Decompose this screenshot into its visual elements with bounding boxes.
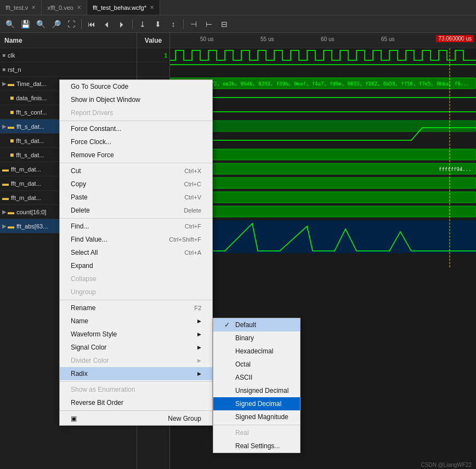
expand-count[interactable]: ▶ bbox=[2, 209, 7, 215]
add-group-btn[interactable]: ↕ bbox=[167, 18, 180, 31]
tab-behav-close[interactable]: ✕ bbox=[150, 4, 154, 10]
go-start-btn[interactable]: ⏮ bbox=[85, 18, 98, 31]
expand-fft-abs[interactable]: ▶ bbox=[2, 223, 7, 229]
ctx-expand[interactable]: Expand bbox=[60, 259, 212, 272]
ctx-find-value[interactable]: Find Value... Ctrl+Shift+F bbox=[60, 233, 212, 246]
zoom-in-btn[interactable]: 🔎 bbox=[49, 18, 63, 31]
submenu-signed-decimal[interactable]: Signed Decimal bbox=[213, 397, 300, 410]
waveform-count bbox=[170, 206, 476, 217]
next-btn[interactable]: ⏵ bbox=[116, 18, 129, 31]
next-cursor-btn[interactable]: ⊢ bbox=[202, 18, 216, 31]
prev-btn[interactable]: ⏴ bbox=[100, 18, 114, 31]
expand-time-data[interactable]: ▶ bbox=[2, 81, 7, 87]
signal-clk-name: clk bbox=[8, 52, 15, 59]
submenu-binary[interactable]: Binary bbox=[213, 331, 300, 345]
ctx-remove-force[interactable]: Remove Force bbox=[60, 148, 212, 162]
submenu-octal[interactable]: Octal bbox=[213, 358, 300, 371]
ctx-radix[interactable]: Radix bbox=[60, 367, 212, 380]
search-btn[interactable]: 🔍 bbox=[3, 18, 16, 31]
ctx-show-enum: Show as Enumeration bbox=[60, 383, 212, 396]
ctx-force-constant-label: Force Constant... bbox=[71, 125, 121, 133]
ctx-waveform-style-label: Waveform Style bbox=[71, 330, 117, 338]
ctx-select-all[interactable]: Select All Ctrl+A bbox=[60, 246, 212, 259]
waveform-clk bbox=[170, 49, 476, 61]
ctx-force-clock[interactable]: Force Clock... bbox=[60, 135, 212, 148]
ctx-find[interactable]: Find... Ctrl+F bbox=[60, 220, 212, 233]
ctx-copy[interactable]: Copy Ctrl+C bbox=[60, 178, 212, 191]
swap-cursor-btn[interactable]: ⊟ bbox=[218, 18, 231, 31]
signal-fft-abs-name: fft_abs[63... bbox=[16, 223, 48, 230]
signal-rst-n[interactable]: ■ rst_n bbox=[0, 62, 137, 77]
ctx-force-constant[interactable]: Force Constant... bbox=[60, 122, 212, 135]
submenu-hexadecimal[interactable]: Hexadecimal bbox=[213, 345, 300, 358]
ctx-ungroup: Ungroup bbox=[60, 285, 212, 299]
tab-xfft[interactable]: xfft_0.veo ✕ bbox=[42, 0, 87, 15]
value-column-header: Value bbox=[137, 33, 170, 48]
tab-fft-test-close[interactable]: ✕ bbox=[31, 4, 36, 10]
ctx-rename-shortcut: F2 bbox=[194, 305, 201, 311]
ctx-waveform-style[interactable]: Waveform Style bbox=[60, 328, 212, 341]
signal-data-finis-name: data_finis... bbox=[16, 95, 47, 101]
ctx-new-group-label: New Group bbox=[168, 415, 201, 422]
submenu-real: Real bbox=[213, 426, 300, 439]
expand-fft-s-data[interactable]: ▶ bbox=[2, 123, 7, 129]
ctx-signal-color[interactable]: Signal Color bbox=[60, 341, 212, 354]
svg-rect-10 bbox=[170, 163, 476, 174]
ctx-paste-label: Paste bbox=[71, 193, 88, 201]
zoom-out-btn[interactable]: 🔍 bbox=[34, 18, 47, 31]
ctx-select-all-shortcut: Ctrl+A bbox=[184, 249, 201, 256]
waveform-fft-abs bbox=[170, 220, 476, 253]
submenu-unsigned-decimal[interactable]: Unsigned Decimal bbox=[213, 384, 300, 397]
ctx-goto-source[interactable]: Go To Source Code bbox=[60, 80, 212, 93]
prev-cursor-btn[interactable]: ⊣ bbox=[187, 18, 200, 31]
waveform-fft-s-data3 bbox=[170, 149, 476, 160]
ctx-find-value-label: Find Value... bbox=[71, 236, 107, 243]
ctx-goto-source-label: Go To Source Code bbox=[71, 83, 128, 90]
signal-fft-s-conf-name: fft_s_conf... bbox=[16, 109, 47, 116]
tab-fft-test-label: fft_test.v bbox=[5, 4, 28, 11]
signal-fft-s-data2-name: fft_s_dat... bbox=[16, 138, 44, 144]
signal-count-icon: ▬ bbox=[8, 208, 14, 216]
add-divider-btn[interactable]: ⬇ bbox=[151, 18, 165, 31]
add-wave-btn[interactable]: ⤓ bbox=[136, 18, 149, 31]
tab-behav[interactable]: fft_test_behav.wcfg* ✕ bbox=[87, 0, 160, 15]
ctx-show-object[interactable]: Show in Object Window bbox=[60, 93, 212, 106]
signal-clk[interactable]: ■ clk bbox=[0, 48, 137, 62]
signal-time-data-icon: ▬ bbox=[8, 80, 14, 88]
signal-fft-m-dat3-name: fft_m_dat... bbox=[11, 195, 41, 201]
ctx-show-object-label: Show in Object Window bbox=[71, 96, 140, 104]
save-btn[interactable]: 💾 bbox=[19, 18, 32, 31]
tab-behav-label: fft_test_behav.wcfg* bbox=[93, 4, 146, 11]
submenu-ascii[interactable]: ASCII bbox=[213, 371, 300, 384]
signal-rst-indent: ■ bbox=[2, 66, 5, 72]
signal-fft-m-dat1-icon: ▬ bbox=[2, 165, 9, 173]
tab-xfft-close[interactable]: ✕ bbox=[77, 4, 81, 10]
ctx-select-all-label: Select All bbox=[71, 249, 98, 256]
ctx-cut[interactable]: Cut Ctrl+X bbox=[60, 164, 212, 178]
ctx-divider-color: Divider Color bbox=[60, 354, 212, 367]
tab-fft-test[interactable]: fft_test.v ✕ bbox=[0, 0, 42, 15]
submenu-default[interactable]: ✓ Default bbox=[213, 318, 300, 331]
signal-fft-s-conf-icon: ■ bbox=[10, 108, 14, 116]
ctx-rename[interactable]: Rename F2 bbox=[60, 301, 212, 314]
submenu-signed-decimal-label: Signed Decimal bbox=[235, 400, 281, 408]
ctx-signal-color-label: Signal Color bbox=[71, 344, 106, 351]
ctx-delete[interactable]: Delete Delete bbox=[60, 204, 212, 217]
waveform-fft-s-data1 bbox=[170, 121, 476, 131]
ctx-sep-2 bbox=[60, 163, 212, 163]
submenu-real-settings[interactable]: Real Settings... bbox=[213, 439, 300, 453]
ctx-name[interactable]: Name bbox=[60, 314, 212, 328]
ctx-reverse-bit[interactable]: Reverse Bit Order bbox=[60, 396, 212, 409]
fit-btn[interactable]: ⛶ bbox=[65, 18, 78, 31]
time-marker-50: 50 us bbox=[200, 36, 213, 42]
submenu-signed-magnitude[interactable]: Signed Magnitude bbox=[213, 410, 300, 424]
ctx-radix-label: Radix bbox=[71, 370, 88, 378]
ctx-new-group[interactable]: ▣ New Group bbox=[60, 412, 212, 425]
ctx-paste[interactable]: Paste Ctrl+V bbox=[60, 191, 212, 204]
ctx-force-clock-label: Force Clock... bbox=[71, 138, 111, 146]
toolbar-sep-3 bbox=[183, 19, 184, 29]
submenu-real-settings-label: Real Settings... bbox=[235, 442, 280, 450]
ctx-remove-force-label: Remove Force bbox=[71, 151, 114, 159]
svg-rect-13 bbox=[170, 192, 476, 203]
ctx-collapse-label: Collapse bbox=[71, 275, 97, 283]
